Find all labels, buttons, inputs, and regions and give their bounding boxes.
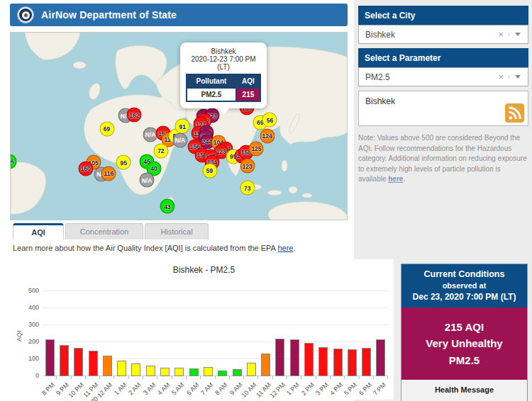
cc-aqi-parameter: PM2.5: [404, 352, 524, 368]
parameter-select[interactable]: PM2.5 ×: [358, 67, 528, 86]
city-select[interactable]: Bishkek ×: [358, 25, 528, 44]
x-tick-label: 4 PM: [328, 381, 344, 397]
rss-icon[interactable]: [505, 103, 524, 123]
cc-aqi-category: Very Unhealthy: [404, 335, 524, 351]
aqi-bar[interactable]: [204, 367, 213, 376]
aqi-bubble[interactable]: 95: [116, 155, 131, 170]
x-tick-label: 1 AM: [113, 381, 128, 397]
tab-aqi[interactable]: AQI: [13, 223, 64, 239]
aqi-bar[interactable]: [247, 363, 256, 376]
x-tick-label: 10 PM: [67, 381, 84, 399]
x-tick-label: 4 AM: [156, 381, 172, 397]
aqi-bar[interactable]: [304, 343, 314, 376]
y-tick-label: 100: [28, 355, 39, 362]
parameter-caret-icon[interactable]: [509, 75, 523, 79]
popup-aqi-value: 215: [236, 88, 260, 101]
aqi-bubble[interactable]: 160: [78, 161, 93, 176]
select-parameter-header: Select a Parameter: [358, 48, 528, 67]
y-tick-label: 500: [28, 287, 39, 294]
aqi-bar[interactable]: [103, 356, 112, 376]
cc-subtitle: observed at: [404, 281, 524, 290]
bar-slot: 6 PM: [360, 291, 374, 376]
city-feed-box: Bishkek: [358, 91, 528, 126]
aqi-bar[interactable]: [348, 349, 357, 376]
bar-slot: 8 AM: [216, 291, 230, 376]
aqi-bubble[interactable]: 91: [175, 119, 190, 134]
aqi-bubble[interactable]: 116: [101, 166, 116, 181]
parameter-clear-icon[interactable]: ×: [493, 72, 509, 82]
y-tick-label: 200: [28, 338, 39, 345]
aqi-bar[interactable]: [290, 339, 299, 376]
aqi-bubble[interactable]: 56: [262, 113, 277, 128]
aqi-bar[interactable]: [275, 339, 284, 376]
aqi-bar[interactable]: [146, 366, 155, 376]
cc-aqi-value: 215 AQI: [404, 319, 524, 335]
aqi-bubble[interactable]: 43: [160, 199, 174, 214]
current-conditions-header: Current Conditions observed at Dec 23, 2…: [401, 264, 527, 307]
aqi-bar[interactable]: [376, 339, 385, 376]
tab-concentration[interactable]: Concentration: [65, 223, 143, 239]
aqi-bar[interactable]: [60, 345, 69, 376]
bar-slot: 11 AM: [258, 291, 272, 376]
aqi-bubble[interactable]: 72: [153, 143, 168, 158]
aqi-bubble[interactable]: 73: [240, 181, 255, 196]
y-tick-label: 300: [28, 321, 39, 328]
plot-area: 01002003004005008 PM9 PM10 PM11 PM2020 1…: [43, 291, 388, 376]
aqi-bar[interactable]: [318, 347, 328, 376]
aqi-bubble[interactable]: N/A: [139, 173, 154, 188]
bar-slot: 10 AM: [244, 291, 258, 376]
popup-city: Bishkek: [186, 47, 261, 55]
aqi-bar[interactable]: [333, 349, 343, 376]
select-parameter-label: Select a Parameter: [365, 53, 440, 63]
city-clear-icon[interactable]: ×: [493, 29, 509, 40]
aqi-bubble[interactable]: N/A: [172, 132, 187, 147]
app-title: AirNow Department of State: [41, 9, 177, 21]
bar-slot: 3 PM: [316, 291, 331, 376]
aqi-bubble[interactable]: 123: [240, 159, 255, 174]
x-tick-label: 3 AM: [142, 381, 157, 397]
bar-slot: 3 AM: [143, 291, 157, 376]
aqi-bar[interactable]: [189, 368, 199, 376]
aqi-bar[interactable]: [218, 371, 227, 376]
bar-slot: 1 AM: [114, 291, 128, 376]
bar-series: 8 PM9 PM10 PM11 PM2020 12 AM1 AM2 AM3 AM…: [43, 291, 388, 376]
aqi-bubble[interactable]: 69: [99, 121, 114, 136]
aqi-bubble[interactable]: 124: [260, 128, 275, 143]
aqi-bar[interactable]: [233, 369, 242, 376]
aqi-bar[interactable]: [362, 348, 371, 376]
popup-table: Pollutant AQI PM2.5 215: [186, 74, 261, 102]
x-tick-label: 1 PM: [285, 381, 301, 397]
y-tick-label: 0: [35, 372, 39, 379]
epa-here-link[interactable]: here: [277, 244, 293, 252]
world-aqi-map[interactable]: N/A16269N/A15111887N/A724595105160N/A116…: [10, 32, 348, 220]
tab-historical[interactable]: Historical: [145, 223, 209, 239]
aqi-bubble[interactable]: 162: [127, 108, 142, 123]
city-caret-icon[interactable]: [509, 33, 523, 36]
x-tick-label: 5 AM: [170, 381, 186, 397]
bar-slot: 5 AM: [172, 291, 187, 376]
bar-slot: 4 PM: [331, 291, 345, 376]
x-tick-label: 5 PM: [343, 381, 359, 397]
aqi-bubble[interactable]: 59: [202, 163, 217, 178]
x-tick-label: 10 AM: [240, 381, 257, 399]
aqi-bar[interactable]: [45, 339, 55, 376]
bar-slot: 5 PM: [345, 291, 359, 376]
feed-city-text: Bishkek: [365, 96, 395, 106]
learn-more-text: Learn more about how the Air Quality Ind…: [13, 244, 295, 252]
bar-slot: 6 AM: [187, 291, 201, 376]
aqi-bar[interactable]: [160, 368, 170, 376]
aqi-bar[interactable]: [174, 368, 184, 376]
aqi-bar[interactable]: [89, 351, 98, 376]
x-tick-label: 7 PM: [372, 381, 387, 397]
popup-timezone: (LT): [186, 63, 261, 71]
aqi-bar[interactable]: [117, 361, 126, 376]
aqi-bubble[interactable]: 125: [249, 141, 264, 156]
tab-bar: AQIConcentrationHistorical: [13, 223, 210, 239]
aqi-bar[interactable]: [74, 348, 83, 376]
bar-slot: 4 AM: [157, 291, 172, 376]
note-here-link[interactable]: here: [388, 175, 403, 183]
popup-datetime: 2020-12-23 7:00 PM: [186, 55, 261, 63]
bar-slot: 11 PM: [86, 291, 100, 376]
aqi-bar[interactable]: [131, 363, 140, 376]
aqi-bar[interactable]: [261, 354, 270, 376]
